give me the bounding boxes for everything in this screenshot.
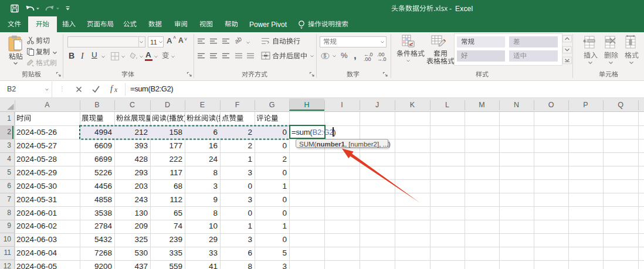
svg-text:$: $ — [323, 53, 326, 59]
